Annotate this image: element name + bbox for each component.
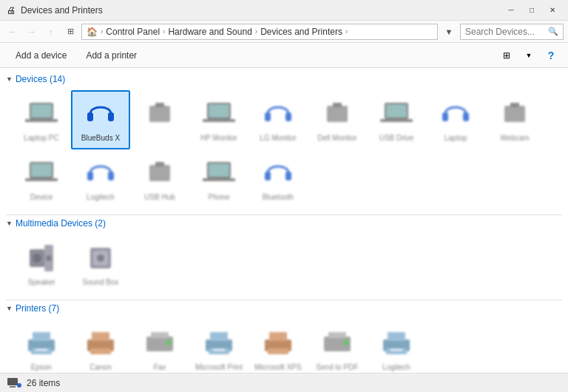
status-bar: 26 items (0, 373, 568, 392)
minimize-button[interactable]: ─ (501, 4, 521, 17)
svg-rect-31 (265, 172, 271, 180)
device-item[interactable]: Logitech (367, 320, 426, 373)
device-item[interactable]: Laptop PC (12, 90, 71, 149)
device-label: Bluetooth (263, 193, 294, 202)
svg-rect-67 (7, 378, 18, 385)
device-item[interactable]: Device (12, 149, 71, 209)
device-icon (83, 155, 118, 191)
svg-rect-63 (390, 349, 402, 351)
device-icon (142, 155, 178, 191)
device-label: USB Hub (144, 193, 175, 202)
device-item[interactable]: Canon (71, 320, 130, 373)
device-icon (201, 96, 237, 132)
path-devices[interactable]: Devices and Printers (260, 27, 342, 37)
add-device-button[interactable]: Add a device (7, 46, 75, 65)
svg-point-49 (166, 339, 172, 345)
search-input[interactable] (465, 27, 545, 37)
svg-rect-23 (25, 178, 58, 181)
device-item[interactable]: Send to PDF (308, 320, 367, 373)
svg-point-34 (33, 254, 41, 263)
svg-rect-55 (269, 332, 287, 341)
chevron-icon: ▼ (6, 75, 13, 83)
svg-point-69 (17, 383, 21, 388)
device-item[interactable]: Speaker (12, 234, 71, 294)
svg-rect-1 (31, 104, 52, 118)
title-bar-controls: ─ □ ✕ (501, 4, 562, 17)
device-item[interactable]: Webcam (485, 90, 544, 149)
device-item[interactable]: Sound Box (71, 234, 130, 294)
device-icon (83, 240, 118, 276)
category-header-printers[interactable]: ▼ Printers (7) (0, 300, 568, 317)
svg-rect-13 (333, 103, 342, 107)
svg-rect-41 (33, 332, 50, 341)
view-button[interactable]: ⊞ (497, 47, 516, 64)
device-label: Fax (154, 363, 166, 372)
device-item[interactable]: USB Hub (130, 149, 189, 209)
device-grid-devices: Laptop PCBlueBuds XHP MonitorLG MonitorD… (0, 87, 568, 214)
device-grid-multimedia: SpeakerSound Box (0, 232, 568, 300)
device-item[interactable] (130, 90, 189, 149)
path-control-panel[interactable]: Control Panel (106, 27, 160, 37)
svg-rect-61 (388, 332, 405, 341)
device-label: Speaker (27, 278, 55, 287)
device-icon (260, 96, 296, 132)
svg-rect-32 (285, 172, 291, 180)
device-label: Microsoft XPS (254, 363, 301, 372)
device-label: Device (30, 193, 53, 202)
view-dropdown-button[interactable]: ▼ (519, 47, 538, 64)
device-item[interactable]: Microsoft Print (189, 320, 248, 373)
device-label: Phone (209, 193, 230, 202)
device-item[interactable]: Dell Monitor (308, 90, 367, 149)
device-label: Sound Box (83, 278, 119, 287)
svg-rect-5 (149, 106, 170, 122)
device-label: Laptop (444, 134, 467, 143)
device-item[interactable]: HP Monitor (189, 90, 248, 149)
path-hardware[interactable]: Hardware and Sound (168, 27, 251, 37)
maximize-button[interactable]: □ (522, 4, 541, 17)
close-button[interactable]: ✕ (543, 4, 562, 17)
device-label: Dell Monitor (317, 134, 356, 143)
svg-rect-20 (510, 103, 519, 107)
device-item[interactable]: BlueBuds X (71, 90, 130, 149)
title-bar: 🖨 Devices and Printers ─ □ ✕ (0, 0, 568, 21)
svg-rect-53 (213, 349, 225, 351)
help-button[interactable]: ? (541, 46, 561, 65)
svg-rect-9 (203, 119, 235, 122)
device-label: Canon (89, 363, 111, 372)
svg-rect-8 (209, 104, 229, 118)
device-item[interactable]: LG Monitor (248, 90, 308, 149)
address-path[interactable]: 🏠 › Control Panel › Hardware and Sound ›… (81, 24, 438, 40)
address-dropdown-button[interactable]: ▼ (441, 24, 457, 40)
forward-button[interactable]: → (24, 24, 40, 40)
svg-rect-12 (327, 106, 348, 122)
device-label: USB Drive (379, 134, 414, 143)
search-box[interactable]: 🔍 (460, 24, 564, 40)
device-label: Microsoft Print (195, 363, 243, 372)
device-item[interactable]: Fax (130, 320, 189, 373)
device-item[interactable]: Logitech (71, 149, 130, 209)
device-item[interactable]: Bluetooth (248, 149, 308, 209)
svg-rect-10 (265, 112, 271, 121)
device-icon (24, 96, 59, 132)
category-header-devices[interactable]: ▼ Devices (14) (0, 71, 568, 87)
toolbar: Add a device Add a printer ⊞ ▼ ? (0, 43, 568, 68)
device-icon (83, 96, 118, 132)
back-button[interactable]: ← (4, 24, 21, 40)
path-home-icon: 🏠 (87, 27, 98, 37)
device-label: Webcam (500, 134, 529, 143)
svg-rect-29 (209, 163, 229, 177)
svg-rect-24 (87, 172, 93, 180)
category-header-multimedia[interactable]: ▼ Multimedia Devices (2) (0, 215, 568, 232)
device-item[interactable]: Epson (12, 320, 71, 373)
device-item[interactable]: USB Drive (367, 90, 426, 149)
svg-rect-30 (203, 178, 235, 181)
device-item[interactable]: Phone (189, 149, 248, 209)
device-item[interactable]: Laptop (426, 90, 485, 149)
device-item[interactable]: Microsoft XPS (248, 320, 308, 373)
up-button[interactable]: ↑ (43, 24, 59, 40)
device-icon (260, 325, 296, 361)
recent-button[interactable]: ⊞ (62, 24, 78, 40)
device-label: Send to PDF (316, 363, 358, 372)
add-printer-button[interactable]: Add a printer (78, 46, 145, 65)
device-label: Epson (31, 363, 52, 372)
